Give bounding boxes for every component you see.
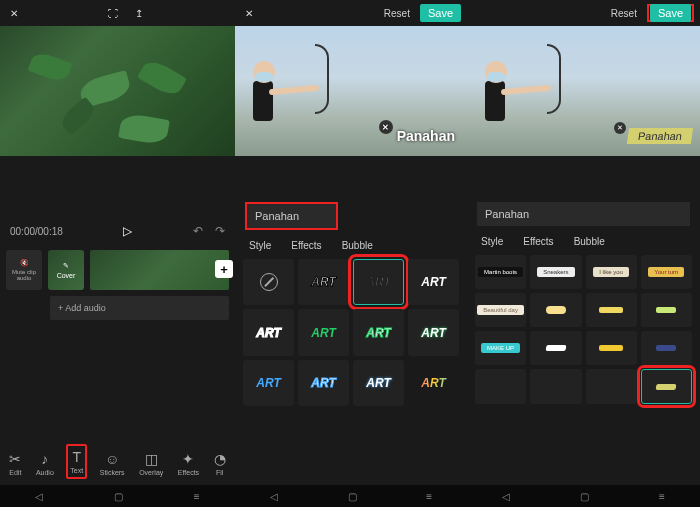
header-bar: ✕ ⛶ ↥ [0,0,235,26]
bubble-option[interactable]: Martin boots [475,255,526,289]
cover-button[interactable]: ✎ Cover [48,250,84,290]
tab-bubble[interactable]: Bubble [574,236,605,247]
scissors-icon: ✂ [9,451,21,467]
bubble-option[interactable] [641,331,692,365]
tool-filter[interactable]: ◔Fil [212,448,228,479]
play-button[interactable]: ▷ [123,224,132,238]
header-bar: Reset Save [467,0,700,26]
tab-style[interactable]: Style [249,240,271,251]
bubble-option[interactable]: Sneakers [530,255,581,289]
close-icon[interactable]: ✕ [6,5,22,21]
tab-effects[interactable]: Effects [523,236,553,247]
mute-label: Mute clip audio [6,269,42,281]
reset-button[interactable]: Reset [611,8,637,19]
bubble-option[interactable] [530,369,581,403]
close-icon[interactable]: ✕ [241,5,257,21]
bubble-option[interactable] [586,369,637,403]
back-nav-icon[interactable]: ◁ [502,491,510,502]
bubble-option[interactable] [586,331,637,365]
video-clip[interactable]: + [90,250,229,290]
tab-effects[interactable]: Effects [291,240,321,251]
bubble-option[interactable] [475,369,526,403]
tool-edit[interactable]: ✂Edit [7,448,23,479]
style-option[interactable]: ART [298,360,349,406]
bubble-option[interactable]: MAKE UP [475,331,526,365]
text-overlay-banner[interactable]: ✕ Panahan [628,128,692,144]
recent-nav-icon[interactable]: ≡ [194,491,200,502]
style-none[interactable] [243,259,294,305]
video-preview[interactable]: ✕ Panahan [235,26,467,156]
tool-stickers[interactable]: ☺Stickers [98,448,127,479]
header-bar: ✕ Reset Save [235,0,467,26]
style-option[interactable]: ART [408,360,459,406]
video-preview[interactable]: ✕ Panahan [467,26,700,156]
style-option[interactable]: ART [298,309,349,355]
archer-figure [245,61,315,151]
text-input[interactable] [477,202,690,226]
text-tabs: Style Effects Bubble [235,236,467,259]
bubble-option[interactable] [530,293,581,327]
bubble-option[interactable]: Your turn [641,255,692,289]
text-icon: T [72,449,81,465]
undo-button[interactable]: ↶ [193,224,203,238]
redo-button[interactable]: ↷ [215,224,225,238]
home-nav-icon[interactable]: ▢ [114,491,123,502]
overlay-icon: ◫ [145,451,158,467]
android-navbar: ◁ ▢ ≡ [235,485,467,507]
reset-button[interactable]: Reset [384,8,410,19]
save-button[interactable]: Save [420,4,461,22]
bubble-option-selected[interactable] [641,369,692,403]
time-display: 00:00/00:18 [10,226,63,237]
text-bubble-panel: Reset Save ✕ Panahan Style Effects Bubbl… [467,0,700,507]
style-option[interactable]: ART [353,309,404,355]
text-overlay[interactable]: ✕ Panahan [397,128,455,144]
style-option[interactable]: ART [298,259,349,305]
export-icon[interactable]: ↥ [131,5,147,21]
delete-text-icon[interactable]: ✕ [379,120,393,134]
text-style-panel: ✕ Reset Save ✕ Panahan Style Effects [235,0,467,507]
text-overlay-content: Panahan [397,128,455,144]
style-grid: ART ART ART ART ART ART ART ART ART ART … [235,259,467,406]
style-option-selected[interactable]: ART [353,259,404,305]
tool-overlay[interactable]: ◫Overlay [137,448,165,479]
bubble-grid: Martin boots Sneakers I like you Your tu… [467,255,700,404]
bubble-option[interactable] [641,293,692,327]
tool-effects[interactable]: ✦Effects [176,448,201,479]
style-option[interactable]: ART [408,309,459,355]
text-tabs: Style Effects Bubble [467,232,700,255]
recent-nav-icon[interactable]: ≡ [659,491,665,502]
tab-style[interactable]: Style [481,236,503,247]
style-option[interactable]: ART [243,360,294,406]
add-audio-button[interactable]: + Add audio [50,296,229,320]
add-clip-button[interactable]: + [215,260,233,278]
text-input[interactable] [247,204,336,228]
bubble-option[interactable] [586,293,637,327]
bubble-option[interactable]: I like you [586,255,637,289]
tool-text[interactable]: TText [66,444,87,479]
bubble-option[interactable] [530,331,581,365]
style-option[interactable]: ART [408,259,459,305]
cover-label: Cover [57,272,76,279]
filter-icon: ◔ [214,451,226,467]
recent-nav-icon[interactable]: ≡ [426,491,432,502]
sticker-icon: ☺ [105,451,119,467]
back-nav-icon[interactable]: ◁ [270,491,278,502]
bubble-option[interactable]: Beautiful day [475,293,526,327]
save-button[interactable]: Save [650,4,691,22]
home-nav-icon[interactable]: ▢ [580,491,589,502]
video-preview[interactable] [0,26,235,156]
android-navbar: ◁ ▢ ≡ [467,485,700,507]
style-option[interactable]: ART [353,360,404,406]
delete-text-icon[interactable]: ✕ [614,122,626,134]
mute-clip-button[interactable]: 🔇 Mute clip audio [6,250,42,290]
banner-content: Panahan [627,128,693,144]
cover-icon: ✎ [63,262,69,270]
back-nav-icon[interactable]: ◁ [35,491,43,502]
style-option[interactable]: ART [243,309,294,355]
tab-bubble[interactable]: Bubble [342,240,373,251]
expand-icon[interactable]: ⛶ [105,5,121,21]
time-controls: 00:00/00:18 ▷ ↶ ↷ [0,216,235,246]
note-icon: ♪ [41,451,48,467]
tool-audio[interactable]: ♪Audio [34,448,56,479]
home-nav-icon[interactable]: ▢ [348,491,357,502]
